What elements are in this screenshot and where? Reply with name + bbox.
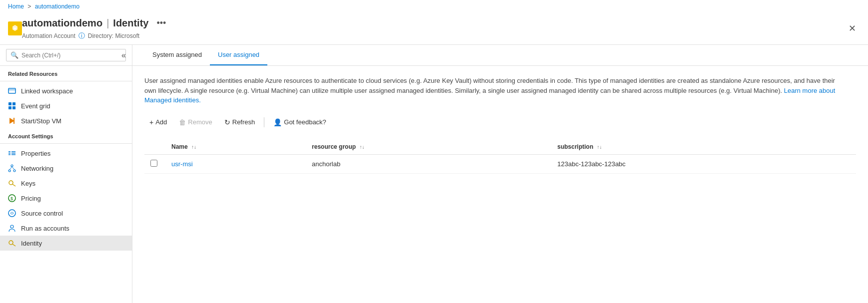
svg-rect-10 xyxy=(11,151,15,152)
svg-rect-5 xyxy=(8,106,11,109)
table-header: Name ↑↓ resource group ↑↓ subscription ↑… xyxy=(144,139,856,155)
sidebar-item-label: Start/Stop VM xyxy=(21,117,61,125)
svg-rect-11 xyxy=(8,153,10,154)
sub-sort-icon: ↑↓ xyxy=(597,144,602,150)
breadcrumb-home[interactable]: Home xyxy=(8,3,24,10)
rg-sort-icon: ↑↓ xyxy=(359,144,364,150)
svg-point-26 xyxy=(9,241,13,245)
sidebar-item-pricing[interactable]: $ Pricing xyxy=(0,191,132,206)
col-resource-group-header[interactable]: resource group ↑↓ xyxy=(306,139,551,155)
close-button[interactable]: ✕ xyxy=(845,21,860,36)
sidebar-search-area: 🔍 xyxy=(0,45,132,66)
svg-rect-3 xyxy=(8,102,11,105)
sidebar-item-label: Pricing xyxy=(21,195,41,202)
svg-point-17 xyxy=(13,170,15,172)
identity-icon xyxy=(8,239,16,247)
sidebar-item-identity[interactable]: Identity xyxy=(0,236,132,251)
networking-icon xyxy=(8,164,16,172)
svg-point-24 xyxy=(8,210,15,217)
page-title: Identity xyxy=(113,17,148,29)
col-checkbox xyxy=(144,139,165,155)
refresh-button[interactable]: ↻ Refresh xyxy=(219,115,260,129)
col-subscription-header[interactable]: subscription ↑↓ xyxy=(551,139,856,155)
add-button[interactable]: + Add xyxy=(144,115,172,129)
sidebar-item-start-stop-vm[interactable]: Start/Stop VM xyxy=(0,113,132,128)
svg-point-20 xyxy=(9,181,13,185)
sidebar-item-label: Event grid xyxy=(21,102,50,110)
run-as-accounts-icon xyxy=(8,224,16,232)
header-title-row: automationdemo | Identity ••• xyxy=(22,16,845,30)
feedback-icon: 👤 xyxy=(273,118,282,126)
table-row: usr-msi anchorlab 123abc-123abc-123abc xyxy=(144,154,856,173)
svg-rect-13 xyxy=(8,154,10,155)
search-box[interactable]: 🔍 xyxy=(6,49,126,61)
sidebar-item-properties[interactable]: Properties xyxy=(0,146,132,161)
description-text: User assigned managed identities enable … xyxy=(144,76,844,105)
refresh-icon: ↻ xyxy=(224,118,230,126)
pricing-icon: $ xyxy=(8,194,16,202)
identity-table: Name ↑↓ resource group ↑↓ subscription ↑… xyxy=(144,139,856,174)
svg-rect-1 xyxy=(8,88,15,93)
table-container: Name ↑↓ resource group ↑↓ subscription ↑… xyxy=(144,139,856,174)
svg-point-0 xyxy=(14,27,16,29)
resource-name: automationdemo xyxy=(22,17,102,29)
sidebar-item-keys[interactable]: Keys xyxy=(0,176,132,191)
resource-group-value: anchorlab xyxy=(312,160,340,168)
event-grid-icon xyxy=(8,102,16,110)
toolbar-separator xyxy=(264,117,264,127)
tab-system-assigned[interactable]: System assigned xyxy=(144,45,210,65)
svg-line-18 xyxy=(9,167,12,170)
search-icon: 🔍 xyxy=(10,51,18,59)
row-checkbox-cell xyxy=(144,154,165,173)
properties-icon xyxy=(8,149,16,157)
refresh-label: Refresh xyxy=(232,118,255,126)
remove-button[interactable]: 🗑 Remove xyxy=(174,115,217,129)
sidebar-item-label: Properties xyxy=(21,150,50,157)
svg-line-27 xyxy=(12,244,15,246)
row-name-cell: usr-msi xyxy=(165,154,306,173)
sidebar-collapse-button[interactable]: « xyxy=(119,49,128,62)
resource-type: Automation Account xyxy=(22,32,75,39)
svg-rect-6 xyxy=(12,106,15,109)
more-button[interactable]: ••• xyxy=(152,16,170,30)
feedback-label: Got feedback? xyxy=(284,118,326,126)
sidebar-item-event-grid[interactable]: Event grid xyxy=(0,98,132,113)
sidebar-item-label: Source control xyxy=(21,210,63,217)
info-icon[interactable]: ⓘ xyxy=(78,31,85,40)
main-layout: 🔍 « Related Resources Linked workspace xyxy=(0,45,868,303)
breadcrumb-current[interactable]: automationdemo xyxy=(35,3,79,10)
app-container: Home > automationdemo automationdemo | I… xyxy=(0,0,868,303)
search-input[interactable] xyxy=(21,52,121,59)
sidebar-item-label: Keys xyxy=(21,180,35,187)
row-sub-cell: 123abc-123abc-123abc xyxy=(551,154,856,173)
svg-line-19 xyxy=(12,167,14,170)
sidebar-item-run-as-accounts[interactable]: Run as accounts xyxy=(0,221,132,236)
content-body: User assigned managed identities enable … xyxy=(132,66,868,184)
svg-rect-4 xyxy=(12,102,15,105)
identity-name-link[interactable]: usr-msi xyxy=(171,160,193,168)
col-name-header[interactable]: Name ↑↓ xyxy=(165,139,306,155)
svg-rect-14 xyxy=(11,154,15,155)
sidebar-item-source-control[interactable]: Source control xyxy=(0,206,132,221)
row-checkbox[interactable] xyxy=(150,160,157,167)
sidebar-item-label: Linked workspace xyxy=(21,87,73,95)
svg-line-21 xyxy=(12,184,15,186)
sidebar-divider-2 xyxy=(0,143,132,144)
sidebar-item-networking[interactable]: Networking xyxy=(0,161,132,176)
keys-icon xyxy=(8,179,16,187)
tab-user-assigned[interactable]: User assigned xyxy=(210,45,267,65)
svg-point-25 xyxy=(10,225,13,228)
linked-workspace-icon xyxy=(8,87,16,95)
feedback-button[interactable]: 👤 Got feedback? xyxy=(268,115,331,129)
start-stop-vm-icon xyxy=(8,117,16,125)
trash-icon: 🗑 xyxy=(179,118,186,126)
svg-rect-8 xyxy=(13,118,14,124)
sidebar-item-linked-workspace[interactable]: Linked workspace xyxy=(0,83,132,98)
sidebar-item-label: Identity xyxy=(21,240,42,247)
svg-rect-12 xyxy=(11,153,15,154)
row-rg-cell: anchorlab xyxy=(306,154,551,173)
sidebar-divider-1 xyxy=(0,81,132,81)
breadcrumb-separator: > xyxy=(27,3,31,10)
section-label-related: Related Resources xyxy=(0,66,132,79)
sidebar: 🔍 « Related Resources Linked workspace xyxy=(0,45,132,303)
